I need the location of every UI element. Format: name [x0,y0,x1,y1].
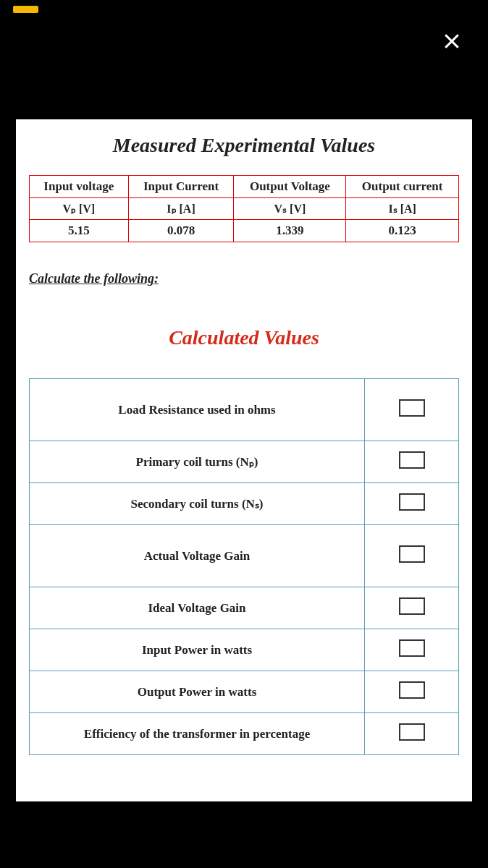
measured-subheader-row: Vₚ [V] Iₚ [A] Vₛ [V] Iₛ [A] [30,198,459,220]
measured-value-cell: 5.15 [30,220,129,242]
answer-input[interactable] [399,681,425,699]
calc-label: Ideal Voltage Gain [30,587,365,629]
calc-input-cell [365,587,459,629]
status-indicator [13,6,38,13]
measured-header-cell: Input Current [128,176,234,198]
measured-subheader-cell: Iₚ [A] [128,198,234,220]
calc-row: Output Power in watts [30,671,459,713]
close-icon[interactable] [441,30,463,52]
answer-input[interactable] [399,493,425,511]
calc-row: Secondary coil turns (Nₛ) [30,483,459,525]
measured-header-row: Input voltage Input Current Output Volta… [30,176,459,198]
measured-value-cell: 0.123 [346,220,459,242]
document-page: Measured Experimental Values Input volta… [16,119,472,801]
calc-label: Load Resistance used in ohms [30,379,365,441]
calculated-table: Load Resistance used in ohms Primary coi… [29,378,459,755]
measured-header-cell: Output current [346,176,459,198]
calc-input-cell [365,713,459,755]
answer-input[interactable] [399,545,425,563]
calc-row: Load Resistance used in ohms [30,379,459,441]
measured-value-cell: 1.339 [234,220,346,242]
calc-row: Input Power in watts [30,629,459,671]
calc-label: Secondary coil turns (Nₛ) [30,483,365,525]
answer-input[interactable] [399,597,425,615]
calc-label: Input Power in watts [30,629,365,671]
measured-value-row: 5.15 0.078 1.339 0.123 [30,220,459,242]
calc-input-cell [365,441,459,483]
measured-table: Input voltage Input Current Output Volta… [29,175,459,242]
measured-subheader-cell: Vₚ [V] [30,198,129,220]
calc-input-cell [365,629,459,671]
calc-label: Output Power in watts [30,671,365,713]
answer-input[interactable] [399,723,425,741]
calc-label: Actual Voltage Gain [30,525,365,587]
calc-row: Ideal Voltage Gain [30,587,459,629]
calc-row: Primary coil turns (Nₚ) [30,441,459,483]
calc-row: Efficiency of the transformer in percent… [30,713,459,755]
calculate-label: Calculate the following: [29,271,459,286]
calc-row: Actual Voltage Gain [30,525,459,587]
measured-subheader-cell: Iₛ [A] [346,198,459,220]
answer-input[interactable] [399,639,425,657]
measured-title: Measured Experimental Values [29,134,459,157]
measured-subheader-cell: Vₛ [V] [234,198,346,220]
measured-value-cell: 0.078 [128,220,234,242]
calc-input-cell [365,379,459,441]
calc-label: Efficiency of the transformer in percent… [30,713,365,755]
calc-input-cell [365,671,459,713]
answer-input[interactable] [399,399,425,417]
measured-header-cell: Output Voltage [234,176,346,198]
calculated-title: Calculated Values [29,326,459,349]
calc-input-cell [365,483,459,525]
calc-label: Primary coil turns (Nₚ) [30,441,365,483]
calc-input-cell [365,525,459,587]
answer-input[interactable] [399,451,425,469]
measured-header-cell: Input voltage [30,176,129,198]
